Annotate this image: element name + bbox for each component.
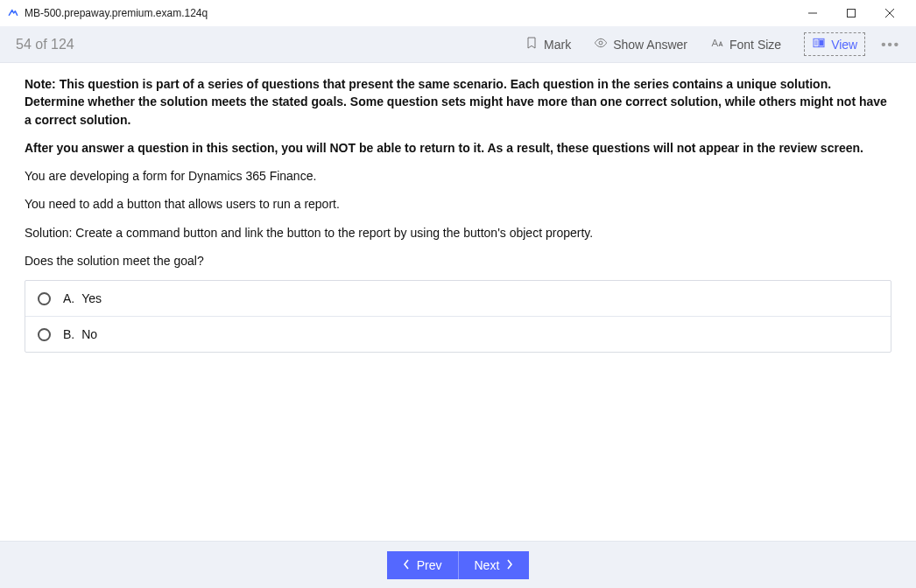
- question-paragraph-4: Does the solution meet the goal?: [25, 252, 891, 270]
- close-button[interactable]: [870, 1, 909, 25]
- next-label: Next: [475, 558, 500, 572]
- question-note: Note: This question is part of a series …: [25, 75, 891, 129]
- answer-options: A. Yes B. No: [25, 280, 891, 353]
- window-titlebar: MB-500.prepaway.premium.exam.124q: [0, 0, 916, 26]
- prev-label: Prev: [417, 558, 442, 572]
- question-progress: 54 of 124: [16, 37, 74, 52]
- question-paragraph-2: You need to add a button that allows use…: [25, 195, 891, 213]
- app-logo-icon: [7, 7, 19, 19]
- view-label: View: [831, 38, 857, 52]
- show-answer-label: Show Answer: [613, 38, 687, 52]
- chevron-left-icon: [403, 558, 410, 572]
- option-text: Yes: [81, 291, 102, 305]
- bookmark-icon: [525, 36, 539, 52]
- radio-icon: [38, 292, 51, 305]
- eye-icon: [594, 36, 608, 52]
- font-size-icon: [710, 36, 724, 52]
- svg-rect-1: [848, 10, 856, 18]
- question-paragraph-1: You are developing a form for Dynamics 3…: [25, 167, 891, 185]
- show-answer-button[interactable]: Show Answer: [594, 36, 687, 52]
- view-button[interactable]: View: [804, 32, 865, 56]
- option-text: No: [81, 327, 97, 341]
- chevron-right-icon: [506, 558, 513, 572]
- toolbar: 54 of 124 Mark Show Answer Font Size Vie…: [0, 26, 916, 63]
- window-title: MB-500.prepaway.premium.exam.124q: [25, 7, 208, 19]
- radio-icon: [38, 328, 51, 341]
- option-letter: B.: [63, 327, 74, 341]
- maximize-button[interactable]: [832, 1, 870, 25]
- font-size-label: Font Size: [729, 38, 781, 52]
- window-controls: [793, 1, 909, 25]
- svg-rect-10: [820, 40, 824, 46]
- option-a[interactable]: A. Yes: [25, 281, 891, 317]
- question-content: Note: This question is part of a series …: [0, 63, 916, 541]
- prev-button[interactable]: Prev: [387, 551, 459, 579]
- font-size-button[interactable]: Font Size: [710, 36, 781, 52]
- split-view-icon: [812, 36, 826, 52]
- question-warning: After you answer a question in this sect…: [25, 139, 891, 157]
- question-paragraph-3: Solution: Create a command button and li…: [25, 224, 891, 242]
- option-letter: A.: [63, 291, 74, 305]
- nav-buttons: Prev Next: [387, 551, 530, 579]
- footer: Prev Next: [0, 541, 916, 588]
- minimize-button[interactable]: [793, 1, 832, 25]
- more-button[interactable]: •••: [881, 37, 900, 52]
- svg-point-4: [599, 41, 602, 45]
- next-button[interactable]: Next: [459, 551, 530, 579]
- mark-label: Mark: [544, 38, 571, 52]
- mark-button[interactable]: Mark: [525, 36, 571, 52]
- option-b[interactable]: B. No: [25, 317, 891, 352]
